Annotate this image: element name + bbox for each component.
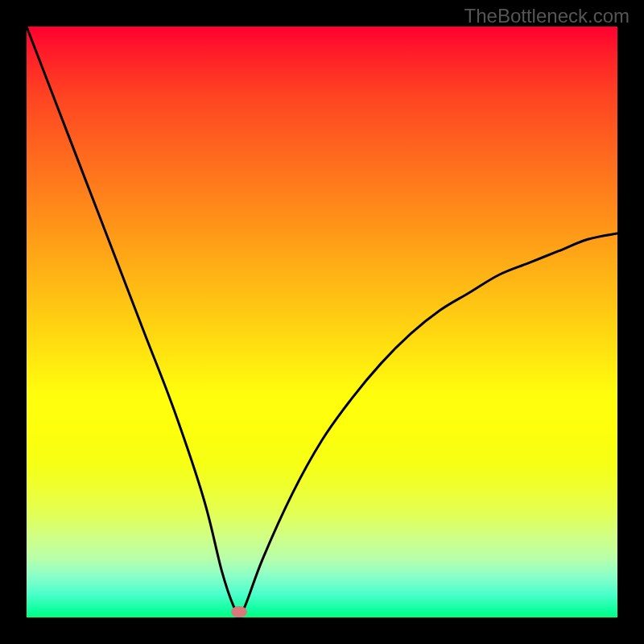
plot-area <box>27 27 617 617</box>
bottleneck-curve <box>27 27 617 617</box>
watermark-text: TheBottleneck.com <box>464 5 630 27</box>
chart-frame: TheBottleneck.com <box>0 0 644 644</box>
optimal-point-marker <box>231 606 247 617</box>
